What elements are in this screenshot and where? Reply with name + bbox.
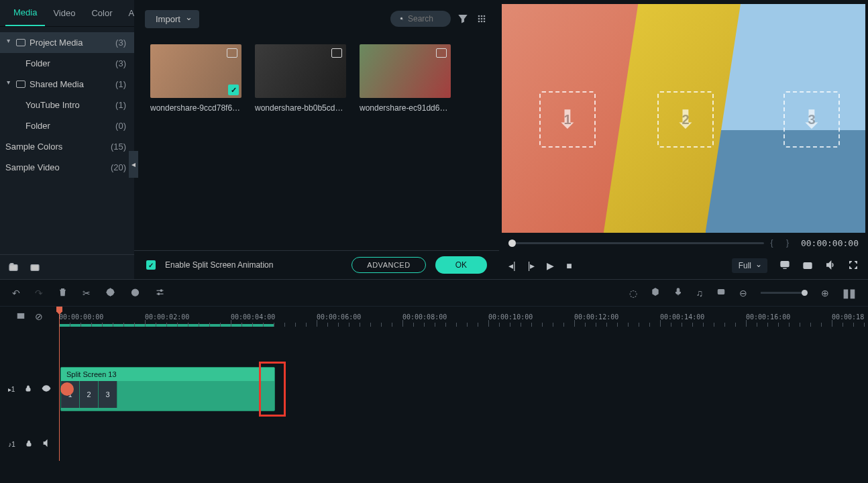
drop-zone-1[interactable]: ⬇1 [539,91,596,148]
fit-timeline-icon[interactable] [16,311,25,323]
video-badge-icon [331,48,342,58]
svg-point-7 [481,18,483,20]
marker-icon[interactable] [651,287,660,299]
tree-shared-media[interactable]: ▸Shared Media (1) [0,74,134,95]
volume-icon[interactable] [825,260,836,272]
svg-point-9 [478,21,480,23]
media-item[interactable]: wondershare-ec91dd68-... [360,44,451,113]
svg-point-14 [806,264,809,267]
svg-rect-24 [27,443,31,446]
chevron-down-icon: ▸ [5,40,13,46]
undo-icon[interactable]: ↶ [12,288,20,299]
timeline-clip[interactable]: Split Screen 13 1 2 3 [60,367,275,411]
main-tabs: Media Video Color Animation [0,0,134,27]
video-track-1: ▸1 Split Screen 13 1 2 3 [0,366,868,413]
advanced-button[interactable]: ADVANCED [351,257,425,273]
audio-track-icon: ♪1 [8,441,15,448]
svg-rect-1 [31,265,39,271]
crop-icon[interactable] [105,287,115,299]
collapse-sidebar-button[interactable]: ◂ [129,151,138,178]
svg-rect-22 [26,388,30,391]
split-icon[interactable]: ✂ [83,288,91,299]
next-frame-button[interactable]: |▸ [528,260,535,271]
drop-zone-2[interactable]: ⬇2 [657,91,714,148]
audio-mix-icon[interactable]: ♫ [696,288,704,299]
stop-button[interactable]: ■ [566,260,572,271]
svg-point-6 [478,18,480,20]
prev-frame-button[interactable]: ◂| [508,260,516,271]
lock-icon[interactable] [25,439,33,449]
clip-handle-icon[interactable] [60,382,74,396]
media-sidebar: Media Video Color Animation ▸Project Med… [0,0,134,279]
lock-icon[interactable] [24,384,32,394]
link-icon[interactable]: ⊘ [35,311,43,322]
timeline: ↶ ↷ ✂ ◌ ♫ ⊖ ⊕ ▮▮ ⊘ 00:00:00:0000:00:02:0… [0,279,868,483]
tab-media[interactable]: Media [5,0,45,26]
split-animation-label: Enable Split Screen Animation [165,260,273,270]
clip-edge-highlight [259,362,286,417]
media-item[interactable]: ✓ wondershare-9ccd78f6-6... [150,44,241,113]
svg-point-10 [481,21,483,23]
adjust-icon[interactable] [155,287,165,299]
delete-icon[interactable] [58,287,68,299]
new-folder-icon[interactable] [8,262,19,272]
folder-icon [16,39,25,46]
tree-folder-1[interactable]: Folder(3) [0,53,134,74]
tab-color[interactable]: Color [83,0,120,26]
render-icon[interactable]: ◌ [629,288,637,299]
snapshot-icon[interactable] [802,260,813,272]
zoom-slider[interactable] [761,292,808,294]
playhead[interactable] [59,307,60,461]
split-animation-checkbox[interactable]: ✓ [146,260,156,270]
search-input[interactable] [390,11,451,27]
svg-point-8 [484,18,486,20]
svg-rect-0 [9,265,17,271]
ok-button[interactable]: OK [435,256,487,274]
preview-timecode: 00:00:00:00 [801,238,859,248]
timeline-ruler[interactable]: 00:00:00:0000:00:02:0000:00:04:0000:00:0… [59,307,868,327]
folder-icon [16,80,25,88]
record-voice-icon[interactable] [673,287,683,299]
media-tree: ▸Project Media (3) Folder(3) ▸Shared Med… [0,32,134,254]
tab-video[interactable]: Video [45,0,83,26]
tree-youtube-intro[interactable]: YouTube Intro(1) [0,95,134,115]
markers-icon[interactable]: { } [771,238,794,248]
svg-point-18 [158,292,160,294]
zoom-out-icon[interactable]: ⊖ [739,288,747,299]
tree-sample-colors[interactable]: Sample Colors(15) [0,136,134,157]
redo-icon[interactable]: ↷ [35,288,43,299]
svg-point-17 [160,289,162,291]
mute-icon[interactable] [42,439,51,449]
check-icon: ✓ [228,85,239,95]
audio-track-1: ♪1 [0,434,868,454]
tree-sample-video[interactable]: Sample Video(20) [0,157,134,178]
drop-zone-3[interactable]: ⬇3 [783,91,840,148]
fullscreen-icon[interactable] [848,260,859,272]
folder-icon[interactable] [30,262,40,272]
preview-scrubber[interactable] [508,242,764,244]
monitor-icon[interactable] [779,260,790,272]
speed-icon[interactable] [130,287,140,299]
quality-select[interactable]: Full [732,258,767,273]
track-icon[interactable] [716,287,726,299]
import-button[interactable]: Import [145,10,199,28]
svg-point-11 [484,21,486,23]
filter-icon[interactable] [456,12,470,25]
svg-point-2 [400,17,402,19]
tree-folder-2[interactable]: Folder(0) [0,115,134,136]
svg-rect-21 [17,313,23,318]
preview-panel: ⬇1 ⬇2 ⬇3 { } 00:00:00:00 ◂| |▸ ▶ ■ Full [499,0,868,279]
timeline-toggle-icon[interactable]: ▮▮ [843,286,856,301]
tree-project-media[interactable]: ▸Project Media (3) [0,32,134,53]
preview-canvas[interactable]: ⬇1 ⬇2 ⬇3 [502,4,865,233]
grid-view-icon[interactable] [475,12,488,25]
media-item[interactable]: wondershare-bb0b5cdd-... [255,44,346,113]
visibility-icon[interactable] [42,384,51,395]
sidebar-tools [0,254,134,279]
zoom-in-icon[interactable]: ⊕ [821,288,829,299]
svg-point-4 [481,15,483,17]
svg-point-5 [484,15,486,17]
svg-point-23 [46,387,48,390]
play-button[interactable]: ▶ [547,260,554,271]
svg-point-15 [107,288,114,295]
